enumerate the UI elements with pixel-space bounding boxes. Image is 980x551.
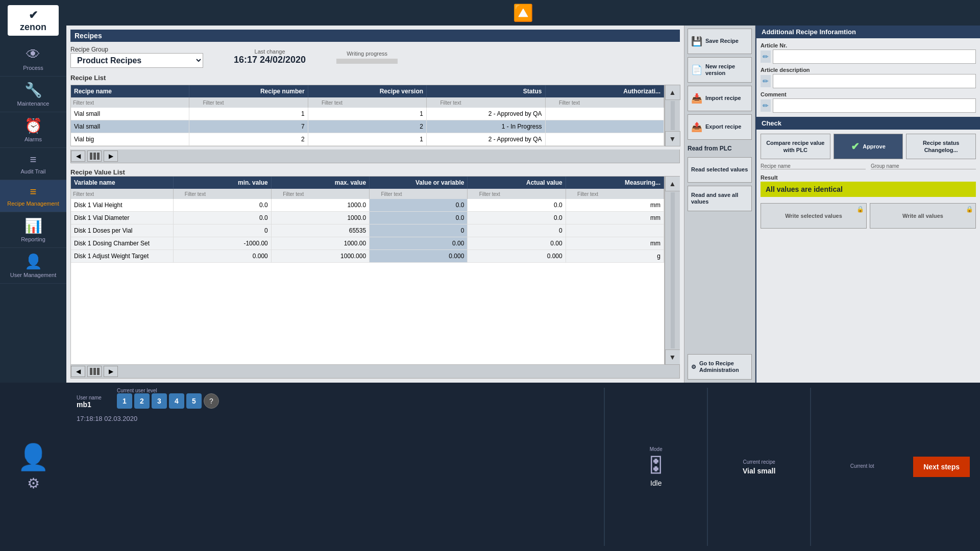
filter-max-value[interactable] (283, 191, 367, 197)
table-row[interactable]: Vial big 2 1 2 - Approved by QA (71, 133, 664, 146)
filter-auth[interactable] (559, 100, 662, 106)
level-4-dot[interactable]: 4 (169, 393, 184, 409)
approve-button[interactable]: ✔ Approve (834, 134, 903, 159)
status-left: 👤 ⚙ (0, 383, 66, 551)
writing-progress-bar (336, 59, 398, 64)
cell-recipe-name: Vial small (71, 108, 189, 120)
user-level-block: Current user level 1 2 3 4 5 ? (117, 388, 219, 409)
read-and-save-all-button[interactable]: Read and save all values (688, 186, 752, 211)
filter-recipe-version[interactable] (322, 100, 424, 106)
new-recipe-version-button[interactable]: 📄 New recipe version (688, 57, 752, 83)
cell-unit: g (566, 250, 664, 263)
filter-recipe-name[interactable] (73, 100, 176, 106)
scroll-up-btn[interactable]: ▲ (665, 85, 680, 100)
recipes-section-header: Recipes (70, 30, 680, 42)
comment-label: Comment (761, 91, 976, 97)
scroll-down-btn[interactable]: ▼ (665, 131, 680, 146)
sidebar-label-maintenance: Maintenance (17, 101, 50, 107)
mode-value: Idle (650, 479, 662, 487)
filter-status[interactable] (440, 100, 543, 106)
level-1-dot[interactable]: 1 (117, 393, 132, 409)
value-nav-next-btn[interactable]: ▶ (104, 366, 118, 377)
table-row[interactable]: Disk 1 Adjust Weight Target 0.000 1000.0… (71, 250, 664, 263)
recipe-group-select[interactable]: Product Recipes (70, 53, 203, 68)
filter-measuring[interactable] (577, 191, 662, 197)
comment-input[interactable] (773, 98, 976, 113)
table-row[interactable]: Disk 1 Vial Height 0.0 1000.0 0.0 0.0 mm (71, 199, 664, 212)
write-selected-values-button[interactable]: 🔒 Write selected values (761, 203, 867, 229)
cell-recipe-name: Vial small (71, 120, 189, 133)
write-all-values-button[interactable]: 🔒 Write all values (870, 203, 976, 229)
check-header: Check (756, 117, 980, 130)
compare-recipe-btn[interactable]: Compare recipe value with PLC (761, 134, 830, 159)
table-row[interactable]: Disk 1 Doses per Vial 0 65535 0 0 (71, 224, 664, 237)
scroll-up-value-btn[interactable]: ▲ (665, 176, 680, 191)
pencil-icon-article: ✏ (761, 51, 771, 63)
lock-icon-write-selected: 🔒 (856, 206, 864, 213)
article-nr-input[interactable] (773, 49, 976, 64)
process-icon: 👁 (26, 46, 40, 63)
level-5-dot[interactable]: 5 (186, 393, 202, 409)
settings-gear-icon[interactable]: ⚙ (27, 475, 40, 492)
username-block: User name mb1 (77, 395, 102, 409)
sidebar-item-alarms[interactable]: ⏰ Alarms (0, 112, 66, 148)
left-panel: Recipes Recipe Group Product Recipes Las… (66, 26, 684, 383)
filter-recipe-number[interactable] (203, 100, 305, 106)
help-button[interactable]: ? (204, 393, 219, 409)
next-steps-button[interactable]: Next steps (913, 457, 970, 477)
sidebar-item-reporting[interactable]: 📊 Reporting (0, 212, 66, 248)
export-icon: 📤 (691, 121, 702, 133)
article-desc-input[interactable] (773, 74, 976, 88)
logo-text: zenon (20, 22, 46, 33)
maintenance-icon: 🔧 (24, 82, 42, 98)
sidebar-item-process[interactable]: 👁 Process (0, 41, 66, 77)
user-name-value: mb1 (77, 400, 102, 409)
scroll-down-value-btn[interactable]: ▼ (665, 349, 680, 365)
export-recipe-button[interactable]: 📤 Export recipe (688, 114, 752, 140)
sidebar-item-audit-trail[interactable]: ≡ Audit Trail (0, 148, 66, 180)
cell-min: 0 (173, 224, 271, 237)
recipe-value-table: Variable name min. value max. value Valu… (71, 177, 664, 263)
filter-variable-name[interactable] (73, 191, 161, 197)
cell-variable-name: Disk 1 Adjust Weight Target (71, 250, 173, 263)
level-2-dot[interactable]: 2 (134, 393, 150, 409)
save-recipe-button[interactable]: 💾 Save Recipe (688, 29, 752, 54)
user-name-label: User name (77, 395, 102, 400)
col-auth: Authorizati... (545, 85, 664, 97)
level-3-dot[interactable]: 3 (152, 393, 167, 409)
check-buttons-row: Compare recipe value with PLC ✔ Approve … (761, 134, 976, 159)
filter-value-or-var[interactable] (381, 191, 465, 197)
sidebar-item-recipe-management[interactable]: ≡ Recipe Management (0, 180, 66, 212)
additional-info-header: Additional Recipe Inforamtion (756, 26, 980, 38)
table-row[interactable]: Vial small 7 2 1 - In Progress (71, 120, 664, 133)
recipe-icon: ≡ (30, 185, 37, 198)
cell-recipe-version: 2 (308, 120, 426, 133)
table-row[interactable]: Disk 1 Vial Diameter 0.0 1000.0 0.0 0.0 … (71, 212, 664, 224)
table-row[interactable]: Disk 1 Dosing Chamber Set -1000.00 1000.… (71, 237, 664, 250)
sidebar-item-maintenance[interactable]: 🔧 Maintenance (0, 77, 66, 112)
table-row[interactable]: Vial small 1 1 2 - Approved by QA (71, 108, 664, 120)
filter-min-value[interactable] (185, 191, 269, 197)
recipe-value-list-label: Recipe Value List (70, 168, 680, 176)
value-nav-prev-btn[interactable]: ◀ (71, 366, 85, 377)
cell-min: 0.000 (173, 250, 271, 263)
filter-actual-value[interactable] (479, 191, 564, 197)
new-recipe-version-label: New recipe version (705, 63, 748, 77)
value-nav-pause-btn[interactable] (87, 366, 102, 377)
sidebar-item-user-management[interactable]: 👤 User Management (0, 248, 66, 284)
recipe-status-changelog-btn[interactable]: Recipe status Changelog... (906, 134, 976, 159)
read-selected-values-button[interactable]: Read selected values (688, 157, 752, 183)
cell-value: 0.00 (370, 237, 468, 250)
recipe-list-table-container: Recipe name Recipe number Recipe version… (70, 85, 680, 146)
nav-next-btn[interactable]: ▶ (104, 151, 118, 162)
cell-value: 0.0 (370, 199, 468, 212)
goto-recipe-admin-button[interactable]: ⚙ Go to Recipe Administration (688, 354, 752, 380)
nav-prev-btn[interactable]: ◀ (71, 151, 85, 162)
recipe-list-scroll: ▲ ▼ (665, 85, 680, 146)
import-recipe-button[interactable]: 📥 Import recipe (688, 86, 752, 111)
import-recipe-label: Import recipe (705, 95, 741, 102)
status-middle: User name mb1 Current user level 1 2 3 4… (66, 383, 604, 551)
import-icon: 📥 (691, 93, 702, 104)
cell-actual: 0.00 (468, 237, 566, 250)
nav-pause-btn[interactable] (87, 151, 102, 162)
